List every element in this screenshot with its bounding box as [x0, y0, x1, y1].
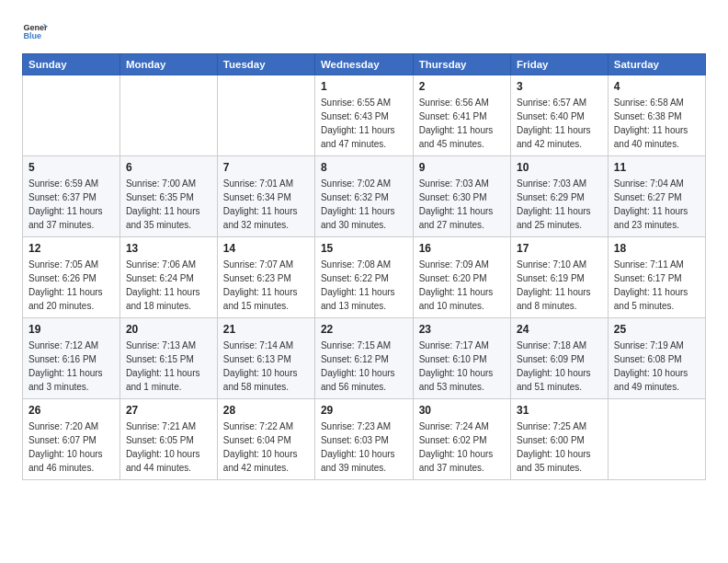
calendar-week-row: 26Sunrise: 7:20 AM Sunset: 6:07 PM Dayli…	[23, 399, 706, 480]
calendar-week-row: 1Sunrise: 6:55 AM Sunset: 6:43 PM Daylig…	[23, 75, 706, 156]
calendar-table: SundayMondayTuesdayWednesdayThursdayFrid…	[22, 53, 706, 480]
calendar-cell: 30Sunrise: 7:24 AM Sunset: 6:02 PM Dayli…	[413, 399, 510, 480]
day-info: Sunrise: 6:57 AM Sunset: 6:40 PM Dayligh…	[517, 96, 602, 151]
day-info: Sunrise: 7:05 AM Sunset: 6:26 PM Dayligh…	[28, 258, 114, 313]
day-number: 26	[28, 404, 114, 417]
column-header-wednesday: Wednesday	[314, 54, 413, 75]
day-info: Sunrise: 7:06 AM Sunset: 6:24 PM Dayligh…	[126, 258, 211, 313]
calendar-cell: 6Sunrise: 7:00 AM Sunset: 6:35 PM Daylig…	[119, 156, 217, 237]
day-number: 11	[614, 161, 700, 174]
column-header-saturday: Saturday	[608, 54, 705, 75]
day-info: Sunrise: 7:17 AM Sunset: 6:10 PM Dayligh…	[419, 339, 505, 394]
day-info: Sunrise: 7:10 AM Sunset: 6:19 PM Dayligh…	[517, 258, 602, 313]
calendar-cell: 14Sunrise: 7:07 AM Sunset: 6:23 PM Dayli…	[217, 237, 314, 318]
day-info: Sunrise: 7:18 AM Sunset: 6:09 PM Dayligh…	[517, 339, 602, 394]
day-info: Sunrise: 7:24 AM Sunset: 6:02 PM Dayligh…	[419, 419, 505, 475]
day-info: Sunrise: 7:15 AM Sunset: 6:12 PM Dayligh…	[321, 339, 407, 394]
column-header-sunday: Sunday	[23, 54, 120, 75]
calendar-cell: 13Sunrise: 7:06 AM Sunset: 6:24 PM Dayli…	[119, 237, 217, 318]
day-info: Sunrise: 7:07 AM Sunset: 6:23 PM Dayligh…	[223, 258, 309, 313]
day-number: 16	[419, 242, 505, 255]
svg-text:Blue: Blue	[23, 31, 41, 40]
day-number: 27	[126, 404, 211, 417]
calendar-header-row: SundayMondayTuesdayWednesdayThursdayFrid…	[23, 54, 706, 75]
calendar-cell: 27Sunrise: 7:21 AM Sunset: 6:05 PM Dayli…	[119, 399, 217, 480]
calendar-cell: 17Sunrise: 7:10 AM Sunset: 6:19 PM Dayli…	[510, 237, 608, 318]
day-number: 9	[419, 161, 505, 174]
day-number: 1	[321, 80, 407, 93]
day-info: Sunrise: 7:22 AM Sunset: 6:04 PM Dayligh…	[223, 419, 309, 475]
day-info: Sunrise: 6:56 AM Sunset: 6:41 PM Dayligh…	[419, 96, 505, 151]
day-info: Sunrise: 7:08 AM Sunset: 6:22 PM Dayligh…	[321, 258, 407, 313]
day-info: Sunrise: 7:04 AM Sunset: 6:27 PM Dayligh…	[614, 177, 700, 232]
day-info: Sunrise: 6:59 AM Sunset: 6:37 PM Dayligh…	[28, 177, 114, 232]
calendar-cell	[119, 75, 217, 156]
day-info: Sunrise: 7:01 AM Sunset: 6:34 PM Dayligh…	[223, 177, 309, 232]
day-number: 2	[419, 80, 505, 93]
calendar-cell: 10Sunrise: 7:03 AM Sunset: 6:29 PM Dayli…	[510, 156, 608, 237]
calendar-cell: 23Sunrise: 7:17 AM Sunset: 6:10 PM Dayli…	[413, 318, 510, 399]
day-number: 20	[126, 323, 211, 336]
calendar-cell: 31Sunrise: 7:25 AM Sunset: 6:00 PM Dayli…	[510, 399, 608, 480]
day-info: Sunrise: 7:25 AM Sunset: 6:00 PM Dayligh…	[517, 419, 602, 475]
day-number: 31	[517, 404, 602, 417]
day-info: Sunrise: 7:21 AM Sunset: 6:05 PM Dayligh…	[126, 419, 211, 475]
day-number: 19	[28, 323, 114, 336]
calendar-cell: 18Sunrise: 7:11 AM Sunset: 6:17 PM Dayli…	[608, 237, 705, 318]
day-number: 30	[419, 404, 505, 417]
calendar-cell: 7Sunrise: 7:01 AM Sunset: 6:34 PM Daylig…	[217, 156, 314, 237]
day-number: 23	[419, 323, 505, 336]
day-info: Sunrise: 7:20 AM Sunset: 6:07 PM Dayligh…	[28, 419, 114, 475]
day-info: Sunrise: 7:19 AM Sunset: 6:08 PM Dayligh…	[614, 339, 700, 394]
day-number: 10	[517, 161, 602, 174]
day-number: 14	[223, 242, 309, 255]
calendar-cell: 11Sunrise: 7:04 AM Sunset: 6:27 PM Dayli…	[608, 156, 705, 237]
calendar-cell	[217, 75, 314, 156]
day-number: 4	[614, 80, 700, 93]
day-number: 25	[614, 323, 700, 336]
calendar-cell: 24Sunrise: 7:18 AM Sunset: 6:09 PM Dayli…	[510, 318, 608, 399]
calendar-cell: 20Sunrise: 7:13 AM Sunset: 6:15 PM Dayli…	[119, 318, 217, 399]
day-info: Sunrise: 7:03 AM Sunset: 6:29 PM Dayligh…	[517, 177, 602, 232]
day-number: 6	[126, 161, 211, 174]
calendar-cell: 25Sunrise: 7:19 AM Sunset: 6:08 PM Dayli…	[608, 318, 705, 399]
day-info: Sunrise: 6:55 AM Sunset: 6:43 PM Dayligh…	[321, 96, 407, 151]
day-info: Sunrise: 7:13 AM Sunset: 6:15 PM Dayligh…	[126, 339, 211, 394]
calendar-cell: 4Sunrise: 6:58 AM Sunset: 6:38 PM Daylig…	[608, 75, 705, 156]
day-number: 12	[28, 242, 114, 255]
day-number: 5	[28, 161, 114, 174]
calendar-cell: 22Sunrise: 7:15 AM Sunset: 6:12 PM Dayli…	[314, 318, 413, 399]
day-info: Sunrise: 6:58 AM Sunset: 6:38 PM Dayligh…	[614, 96, 700, 151]
calendar-cell: 15Sunrise: 7:08 AM Sunset: 6:22 PM Dayli…	[314, 237, 413, 318]
day-info: Sunrise: 7:23 AM Sunset: 6:03 PM Dayligh…	[321, 419, 407, 475]
calendar-cell: 26Sunrise: 7:20 AM Sunset: 6:07 PM Dayli…	[23, 399, 120, 480]
calendar-cell: 28Sunrise: 7:22 AM Sunset: 6:04 PM Dayli…	[217, 399, 314, 480]
column-header-monday: Monday	[119, 54, 217, 75]
day-info: Sunrise: 7:14 AM Sunset: 6:13 PM Dayligh…	[223, 339, 309, 394]
svg-text:General: General	[23, 23, 48, 32]
calendar-cell: 1Sunrise: 6:55 AM Sunset: 6:43 PM Daylig…	[314, 75, 413, 156]
day-number: 24	[517, 323, 602, 336]
calendar-week-row: 5Sunrise: 6:59 AM Sunset: 6:37 PM Daylig…	[23, 156, 706, 237]
page-header: General Blue	[22, 18, 706, 44]
day-info: Sunrise: 7:09 AM Sunset: 6:20 PM Dayligh…	[419, 258, 505, 313]
calendar-cell: 16Sunrise: 7:09 AM Sunset: 6:20 PM Dayli…	[413, 237, 510, 318]
logo: General Blue	[22, 18, 51, 44]
day-number: 17	[517, 242, 602, 255]
calendar-cell: 19Sunrise: 7:12 AM Sunset: 6:16 PM Dayli…	[23, 318, 120, 399]
calendar-cell: 9Sunrise: 7:03 AM Sunset: 6:30 PM Daylig…	[413, 156, 510, 237]
column-header-friday: Friday	[510, 54, 608, 75]
calendar-cell: 3Sunrise: 6:57 AM Sunset: 6:40 PM Daylig…	[510, 75, 608, 156]
calendar-cell: 12Sunrise: 7:05 AM Sunset: 6:26 PM Dayli…	[23, 237, 120, 318]
day-number: 8	[321, 161, 407, 174]
calendar-cell	[608, 399, 705, 480]
calendar-week-row: 12Sunrise: 7:05 AM Sunset: 6:26 PM Dayli…	[23, 237, 706, 318]
calendar-cell: 2Sunrise: 6:56 AM Sunset: 6:41 PM Daylig…	[413, 75, 510, 156]
day-number: 3	[517, 80, 602, 93]
day-number: 21	[223, 323, 309, 336]
day-number: 28	[223, 404, 309, 417]
day-number: 15	[321, 242, 407, 255]
column-header-thursday: Thursday	[413, 54, 510, 75]
day-number: 13	[126, 242, 211, 255]
day-info: Sunrise: 7:00 AM Sunset: 6:35 PM Dayligh…	[126, 177, 211, 232]
